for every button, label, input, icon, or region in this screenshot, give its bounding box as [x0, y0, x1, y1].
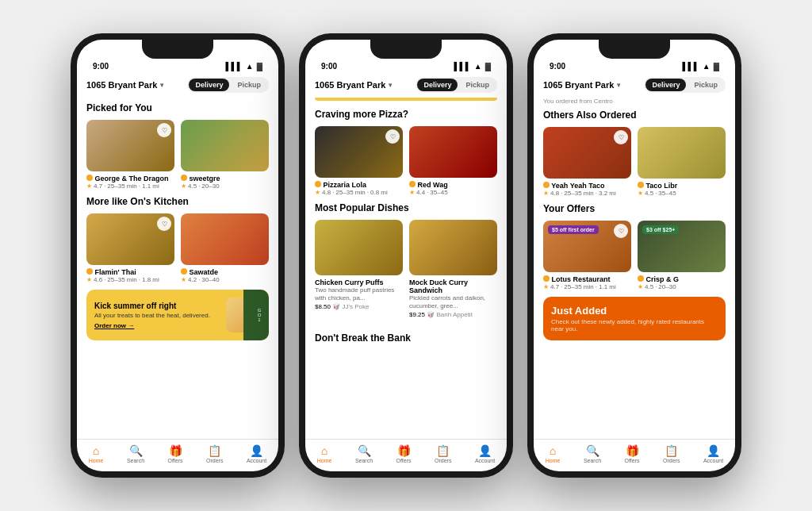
orders-icon-2: 📋 [436, 444, 450, 457]
dish-name-mock: Mock Duck Curry Sandwich [409, 279, 497, 294]
restaurant-card-flamin[interactable]: ♡ Flamin' Thai ★ 4.6 · 25–35 min · [86, 213, 174, 283]
card-name-flamin: Flamin' Thai [86, 268, 174, 276]
heart-btn-george[interactable]: ♡ [157, 123, 171, 137]
delivery-toggle-2: Delivery Pickup [416, 77, 497, 93]
pizza-cards-grid: ♡ Pizzaria Lola ★ 4.8 · 25–35 min · [315, 126, 497, 196]
pickup-btn-3[interactable]: Pickup [688, 79, 724, 91]
search-icon-1: 🔍 [129, 444, 143, 457]
location-1[interactable]: 1065 Bryant Park ▼ [86, 80, 165, 90]
card-meta-crisp: ★ 4.5 · 20–30 [638, 283, 726, 290]
nav-home-3[interactable]: ⌂ Home [546, 444, 561, 463]
nav-home-1[interactable]: ⌂ Home [89, 444, 104, 463]
restaurant-card-lotus[interactable]: $5 off first order ♡ Lotus Restaurant ★ … [543, 221, 631, 290]
wifi-icon-2: ▲ [474, 62, 482, 71]
location-3[interactable]: 1065 Bryant Park ▼ [543, 80, 622, 90]
promo-link-1[interactable]: Order now → [94, 322, 226, 329]
heart-btn-lotus[interactable]: ♡ [614, 224, 628, 238]
phone-screen-1: 9:00 ▌▌▌ ▲ ▓ 1065 Bryant Park ▼ Delivery… [77, 40, 278, 471]
nav-account-1[interactable]: 👤 Account [247, 444, 266, 463]
just-added-banner[interactable]: Just Added Check out these newly added, … [543, 297, 726, 340]
restaurant-card-yeahtaco[interactable]: ♡ Yeah Yeah Taco ★ 4.8 · 25–35 min · [543, 127, 631, 197]
card-image-crisp: $3 off $25+ [638, 221, 726, 272]
nav-account-2[interactable]: 👤 Account [475, 444, 495, 463]
dish-card-mock[interactable]: Mock Duck Curry Sandwich Pickled carrots… [409, 220, 497, 318]
card-name-george: George & The Dragon [86, 175, 174, 182]
bottom-nav-3: ⌂ Home 🔍 Search 🎁 Offers 📋 Orders 👤 [534, 439, 735, 471]
nav-home-2[interactable]: ⌂ Home [317, 444, 332, 463]
nav-offers-3[interactable]: 🎁 Offers [625, 444, 640, 463]
card-image-tacolibr [638, 127, 726, 179]
restaurant-card-crisp[interactable]: $3 off $25+ Crisp & G ★ 4.5 · 20–30 [638, 221, 726, 290]
battery-icon-3: ▓ [714, 62, 719, 71]
promo-banner-1[interactable]: Kick summer off right All your treats to… [86, 290, 269, 340]
promo-title-1: Kick summer off right [94, 302, 226, 310]
status-time-2: 9:00 [321, 62, 337, 71]
restaurant-card-sweetgre[interactable]: sweetgre ★ 4.5 · 20–30 [181, 120, 269, 190]
just-added-sub: Check out these newly added, highly rate… [551, 318, 718, 332]
card-name-sawatde: Sawatde [181, 268, 269, 276]
signal-icon-3: ▌▌▌ [683, 62, 699, 71]
dish-image-mock [409, 220, 497, 275]
nav-search-2[interactable]: 🔍 Search [355, 444, 373, 463]
account-icon-2: 👤 [478, 444, 492, 457]
badge-icon-redwag [409, 181, 416, 187]
card-image-yeahtaco: ♡ [543, 127, 631, 179]
restaurant-card-sawatde[interactable]: Sawatde ★ 4.2 · 30–40 [181, 213, 269, 283]
nav-search-1[interactable]: 🔍 Search [127, 444, 144, 463]
heart-btn-pizzaria[interactable]: ♡ [385, 129, 400, 144]
pickup-btn-2[interactable]: Pickup [459, 79, 496, 91]
card-image-sawatde [181, 213, 269, 265]
account-label-1: Account [247, 458, 266, 463]
pickup-btn-1[interactable]: Pickup [231, 79, 267, 91]
nav-search-3[interactable]: 🔍 Search [584, 444, 601, 463]
card-name-redwag: Red Wag [409, 181, 497, 189]
dishes-cards-grid: Chicken Curry Puffs Two handmade puff pa… [315, 220, 497, 326]
restaurant-card-george[interactable]: ♡ George & The Dragon ★ 4.7 · 25–35 min … [86, 120, 174, 190]
accent-bar-2 [315, 98, 497, 101]
promo-text-area-1: Kick summer off right All your treats to… [94, 302, 226, 329]
battery-icon-1: ▓ [257, 62, 262, 71]
location-2[interactable]: 1065 Bryant Park ▼ [315, 80, 393, 90]
dish-price-mock: $9.25 🥡 Banh Appetit [409, 311, 497, 318]
restaurant-card-redwag[interactable]: Red Wag ★ 4.4 · 35–45 [409, 126, 497, 196]
status-time-1: 9:00 [93, 62, 109, 71]
nav-orders-2[interactable]: 📋 Orders [435, 444, 451, 463]
home-icon-2: ⌂ [321, 444, 327, 457]
card-image-george: ♡ [86, 120, 174, 171]
scroll-content-3: You ordered from Centro Others Also Orde… [534, 98, 735, 439]
delivery-btn-2[interactable]: Delivery [417, 79, 458, 91]
card-image-sweetgre [181, 120, 269, 171]
card-image-flamin: ♡ [86, 213, 174, 265]
restaurant-card-pizzaria[interactable]: ♡ Pizzaria Lola ★ 4.8 · 25–35 min · [315, 126, 403, 196]
phone-screen-2: 9:00 ▌▌▌ ▲ ▓ 1065 Bryant Park ▼ Delivery… [305, 40, 507, 471]
offer-badge-lotus: $5 off first order [548, 225, 599, 234]
nav-orders-1[interactable]: 📋 Orders [206, 444, 223, 463]
restaurant-card-tacolibr[interactable]: Taco Libr ★ 4.5 · 35–45 [638, 127, 726, 197]
signal-icon-2: ▌▌▌ [454, 62, 471, 71]
phone-1: 9:00 ▌▌▌ ▲ ▓ 1065 Bryant Park ▼ Delivery… [71, 33, 285, 478]
delivery-btn-1[interactable]: Delivery [189, 79, 229, 91]
app-header-3: 1065 Bryant Park ▼ Delivery Pickup [534, 74, 735, 98]
wifi-icon-1: ▲ [246, 62, 254, 71]
card-name-sweetgre: sweetgre [181, 175, 269, 182]
orders-label-1: Orders [206, 458, 223, 463]
bottom-nav-2: ⌂ Home 🔍 Search 🎁 Offers 📋 Orders 👤 [305, 439, 507, 471]
nav-account-3[interactable]: 👤 Account [703, 444, 723, 463]
badge-icon-crisp [638, 275, 644, 282]
dish-card-puffs[interactable]: Chicken Curry Puffs Two handmade puff pa… [315, 220, 403, 318]
nav-offers-2[interactable]: 🎁 Offers [396, 444, 412, 463]
promo-sub-1: All your treats to beat the heat, delive… [94, 312, 226, 319]
chevron-down-icon-2: ▼ [387, 82, 393, 89]
nav-orders-3[interactable]: 📋 Orders [663, 444, 680, 463]
nav-offers-1[interactable]: 🎁 Offers [168, 444, 183, 463]
phone-notch-2 [370, 40, 442, 59]
account-label-3: Account [703, 458, 723, 463]
scroll-content-1: Picked for You ♡ George & The Dragon ★ [77, 98, 278, 439]
phone-notch-3 [599, 40, 670, 59]
section-title-pizza: Craving more Pizza? [315, 109, 497, 120]
heart-btn-flamin[interactable]: ♡ [157, 217, 171, 231]
delivery-btn-3[interactable]: Delivery [645, 79, 686, 91]
delivery-toggle-3: Delivery Pickup [644, 77, 726, 93]
heart-btn-yeahtaco[interactable]: ♡ [614, 130, 628, 144]
section-title-others: Others Also Ordered [543, 110, 726, 121]
